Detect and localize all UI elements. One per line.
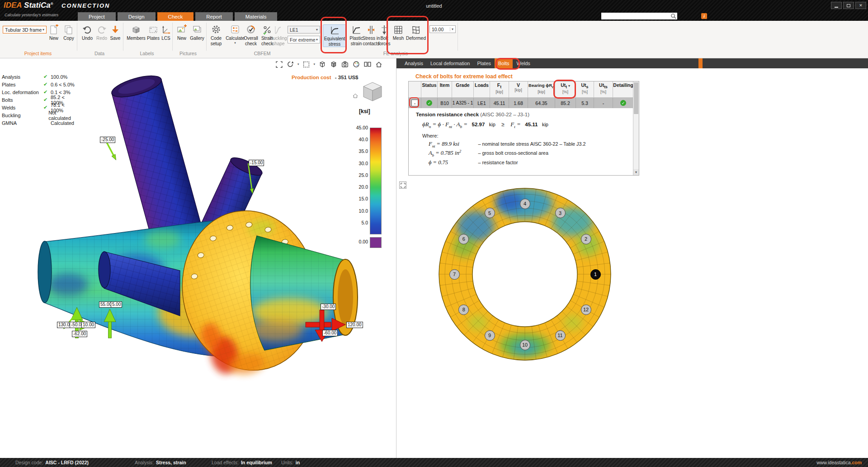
gallery-button[interactable]: Gallery [189,24,205,41]
fullscreen-icon[interactable] [275,60,283,68]
bolt-6[interactable]: 6 [458,234,469,244]
results-tab-local-deformation[interactable]: Local deformation [427,58,473,68]
bolt-9[interactable]: 9 [485,330,495,341]
status-load-effects: Load effects:In equilibrium [212,460,272,465]
bolt-2[interactable]: 2 [581,234,591,244]
scrollbar-thumb[interactable] [634,82,638,114]
where-row: ϕ = 0.75 – resistance factor [429,158,518,166]
bolt-4[interactable]: 4 [520,199,530,209]
col-loads[interactable]: Loads [474,81,490,98]
results-tab-bolts[interactable]: Bolts [495,58,513,68]
scale-tick-label: 35.0 [348,148,368,154]
load-effect-value: LE1 [290,27,298,33]
new-project-button[interactable]: New [47,24,61,41]
bolt-7[interactable]: 7 [449,269,460,280]
detail-scrollbar[interactable]: ▼ [633,81,639,175]
check-detail-title: Tension resistance check (AISC 360-22 – … [416,112,529,117]
solid-cube-icon[interactable] [330,60,338,68]
bolt-3[interactable]: 3 [555,208,566,218]
save-label: Save [110,36,121,41]
col-detailing[interactable]: Detailing [613,81,634,98]
project-template-value: Tubular 3D frame [5,27,42,33]
copy-project-button[interactable]: Copy [61,24,76,41]
redo-button[interactable]: Redo [95,24,108,41]
orbit-icon[interactable] [286,60,294,68]
tab-report[interactable]: Report [195,12,233,21]
tab-design[interactable]: Design [118,12,156,21]
redo-label: Redo [96,36,107,41]
close-icon: ✕ [859,3,863,8]
save-button[interactable]: Save [108,24,122,41]
equivalent-stress-button[interactable]: Equivalent stress [323,24,346,47]
chevron-down-icon[interactable]: ▾ [314,62,316,66]
overall-check-button[interactable]: Overall check [242,24,259,46]
scale-tick-label: 0.00 [348,239,368,244]
col-bearing[interactable]: Bearing ϕRn[kip] [528,81,555,98]
minimize-button[interactable] [831,2,842,9]
website-link[interactable]: www.ideastatica.com [816,460,862,465]
info-button[interactable]: i [701,13,707,19]
tab-materials[interactable]: Materials [235,12,278,21]
cell-bearing: 64.35 [528,98,555,108]
continuing-member[interactable] [249,236,358,350]
col-ft[interactable]: Ft[kip] [490,81,509,98]
wireframe-cube-icon[interactable] [318,60,326,68]
col-item[interactable]: Item [438,81,452,98]
col-grade[interactable]: Grade [452,81,474,98]
crop-select-icon[interactable] [302,60,311,68]
results-tab-plates[interactable]: Plates [473,58,495,68]
ribbon-separator [206,23,207,51]
scale-tick-label: 10.0 [348,208,368,214]
mesh-size-input[interactable]: 10.00 ▾ [429,25,456,33]
deformed-button[interactable]: Deformed [406,24,426,41]
calculator-icon [230,24,240,35]
undo-button[interactable]: Undo [80,24,94,41]
collapse-row-button[interactable]: - [411,100,418,106]
close-button[interactable]: ✕ [855,2,866,9]
redo-icon [97,24,107,35]
chevron-down-icon[interactable]: ▾ [297,62,299,66]
extreme-dropdown[interactable]: For extreme ▾ [288,36,320,43]
plates-labels-button[interactable]: Plates [146,24,160,41]
col-utt[interactable]: Utt ▾[%] [555,81,576,98]
scroll-down-icon[interactable]: ▼ [633,169,639,175]
code-setup-button[interactable]: Code setup [208,24,224,46]
detailing-ok-icon: ✓ [620,100,626,106]
results-tab-analysis[interactable]: Analysis [401,58,427,68]
bolt-8[interactable]: 8 [458,305,469,315]
bolt-1[interactable]: 1 [590,269,601,280]
bolt-forces-button[interactable]: Bolt forces [378,24,391,46]
scale-tick-label: 40.0 [348,137,368,142]
buckling-curve-icon [274,24,283,35]
bolt-11[interactable]: 11 [555,330,566,341]
group-label-project-items: Project items [15,51,61,56]
col-v[interactable]: V[kip] [509,81,528,98]
chevron-down-icon: ▾ [316,28,318,32]
chevron-down-icon[interactable]: ▾ [234,41,236,45]
lcs-labels-button[interactable]: LCS [160,24,172,41]
table-row[interactable]: - ✓ B10 1 A325 - 1 LE1 45.11 1.68 64.35 … [409,98,634,108]
mesh-button[interactable]: Mesh [392,24,405,41]
extreme-value: For extreme [290,37,316,43]
members-cube-icon [131,24,141,35]
maximize-icon [847,4,850,7]
new-picture-button[interactable]: New [175,24,188,41]
project-template-dropdown[interactable]: Tubular 3D frame ▾ [3,26,47,33]
load-effect-dropdown[interactable]: LE1 ▾ [288,26,320,33]
col-utts[interactable]: Utts[%] [594,81,613,98]
search-input[interactable] [601,13,670,19]
bolt-10[interactable]: 10 [520,340,530,350]
tab-check[interactable]: Check [157,12,194,21]
maximize-button[interactable] [843,2,854,9]
where-label: Where: [422,133,438,138]
brace-member-1[interactable] [109,71,202,242]
col-status[interactable]: Status [421,81,438,98]
bolt-5[interactable]: 5 [485,208,495,218]
gallery-icon [192,24,202,35]
tab-project[interactable]: Project [78,12,116,21]
bolt-12[interactable]: 12 [581,305,591,315]
col-uts[interactable]: Uts[%] [576,81,594,98]
results-tab-welds[interactable]: Welds [513,58,533,68]
members-labels-button[interactable]: Members [127,24,146,41]
buckling-shape-button[interactable]: Buckling shape [269,24,288,46]
